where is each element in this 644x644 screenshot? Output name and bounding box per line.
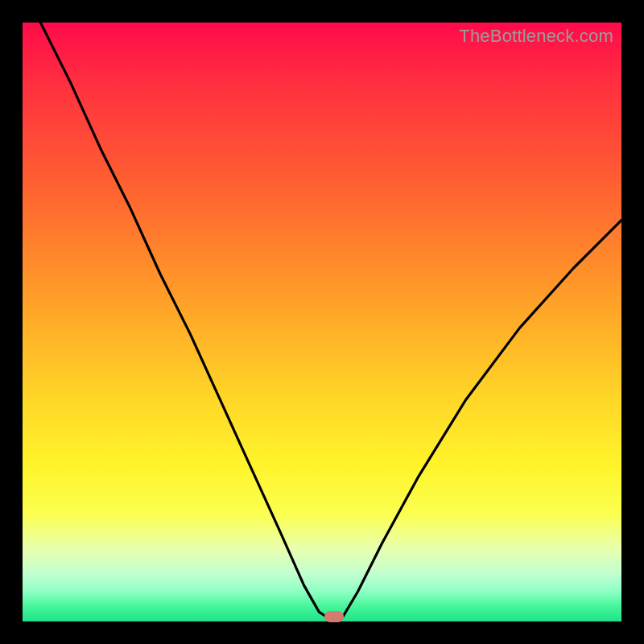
bottleneck-marker xyxy=(324,611,344,622)
bottleneck-curve xyxy=(23,23,621,621)
plot-area: TheBottleneck.com xyxy=(23,23,621,621)
chart-frame: TheBottleneck.com xyxy=(0,0,644,644)
